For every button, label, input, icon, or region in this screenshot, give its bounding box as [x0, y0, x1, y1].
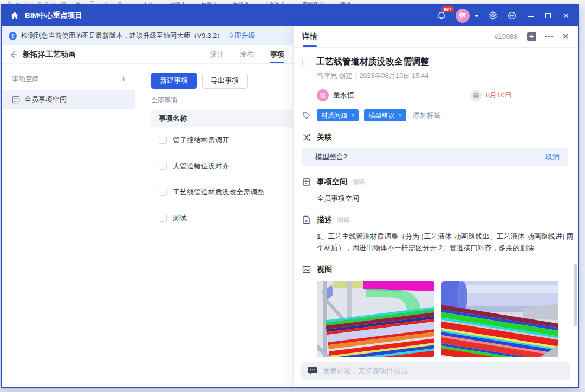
issue-checkbox[interactable]: [159, 136, 167, 144]
more-actions-icon[interactable]: [545, 34, 553, 40]
sync-upload-icon[interactable]: [507, 11, 517, 21]
space-list-icon: [12, 96, 20, 104]
due-date: 8月10日: [486, 90, 512, 100]
due-date-group[interactable]: 8月10日: [470, 90, 512, 101]
issue-row[interactable]: 管子撞结构需调开: [151, 127, 293, 153]
relation-item-name: 模型整合2: [315, 152, 347, 162]
description-doc-icon: [302, 215, 311, 224]
background-bottom-strip: [0, 388, 585, 392]
detail-body: 工艺线管道材质没改全需调整 马李思 创建于2023年08月10日 15:44 恒…: [294, 48, 578, 357]
issue-row-label: 工艺线管道材质没改全需调整: [173, 187, 264, 197]
tag-remove-icon[interactable]: ×: [351, 112, 354, 119]
app-window: BIM中心重点项目 99+ 恒: [1, 4, 579, 388]
tag-label: 材质问题: [321, 111, 347, 120]
tab-issues[interactable]: 事项: [269, 45, 285, 63]
project-title: 新拓洋工艺动画: [23, 50, 76, 60]
issue-space-sidebar: 事项空间 + 全员事项空间: [2, 64, 135, 387]
tab-publish[interactable]: 发布: [239, 45, 255, 63]
left-column: ! 检测到您当前使用的不是最新版本，建议升级至协同大师（V9.3.2） 立即升级…: [2, 26, 293, 387]
detail-tab[interactable]: 详情: [302, 26, 317, 47]
info-icon: !: [9, 32, 17, 40]
issue-row[interactable]: 工艺线管道材质没改全需调整: [151, 179, 293, 205]
assignee-avatar[interactable]: 恒: [317, 89, 329, 101]
space-value: 全员事项空间: [317, 194, 568, 204]
issue-checkbox[interactable]: [159, 214, 167, 222]
view-thumbnail-2[interactable]: [441, 281, 558, 357]
issue-checkbox[interactable]: [159, 162, 167, 170]
issue-id: #10088: [494, 32, 517, 41]
issue-row-label: 管子撞结构需调开: [173, 135, 229, 145]
issue-row-label: 测试: [173, 213, 187, 223]
all-issues-filter[interactable]: 全部事项: [151, 96, 293, 105]
sidebar-item-all-members-space[interactable]: 全员事项空间: [2, 90, 135, 109]
detail-close-icon[interactable]: ✕: [562, 33, 569, 41]
view-thumbnail-1[interactable]: [317, 281, 434, 357]
issue-row[interactable]: 测试: [151, 205, 293, 231]
issue-row-label: 大管道错位没对齐: [173, 161, 229, 171]
sidebar-item-label: 全员事项空间: [24, 95, 67, 104]
comment-bubble-icon: [308, 367, 317, 375]
window-close-button[interactable]: ✕: [562, 11, 570, 20]
description-text: 1、工艺主线管道材质调整（分为 {工艺液体-动画路线出、工艺液体-动画路线进} …: [317, 231, 576, 253]
assignee-name[interactable]: 董永恒: [333, 90, 354, 100]
relation-link-icon: [302, 133, 311, 142]
comment-bar: 发表评论，支持@项目成员: [294, 357, 578, 387]
relation-item-row[interactable]: 模型整合2 取消: [302, 148, 568, 166]
back-arrow-icon[interactable]: [9, 50, 17, 59]
detail-scrollbar[interactable]: [574, 264, 577, 326]
new-issue-button[interactable]: 新建事项: [151, 73, 197, 89]
relation-cancel-link[interactable]: 取消: [545, 152, 560, 162]
description-section-title: 描述: [317, 215, 332, 225]
space-section-title: 事项空间: [317, 177, 347, 187]
comment-input[interactable]: 发表评论，支持@项目成员: [301, 362, 570, 380]
issue-space-icon: [302, 178, 311, 186]
upgrade-banner: ! 检测到您当前使用的不是最新版本，建议升级至协同大师（V9.3.2） 立即升级: [2, 26, 293, 45]
issue-row[interactable]: 大管道错位没对齐: [151, 153, 293, 179]
user-avatar[interactable]: 恒: [456, 9, 470, 23]
add-space-button[interactable]: +: [121, 75, 126, 83]
settings-gear-icon[interactable]: [488, 11, 498, 21]
app-title: BIM中心重点项目: [25, 11, 82, 21]
upgrade-now-link[interactable]: 立即升级: [228, 31, 255, 41]
tag-icon: [302, 111, 311, 120]
upgrade-banner-text: 检测到您当前使用的不是最新版本，建议升级至协同大师（V9.3.2）: [21, 31, 224, 41]
calendar-icon: [470, 90, 482, 101]
tag-model-error[interactable]: 模型错误 ×: [364, 109, 406, 121]
tag-material-issue[interactable]: 材质问题 ×: [317, 109, 359, 121]
issue-checkbox[interactable]: [159, 188, 167, 196]
add-tag-button[interactable]: 添加标签: [413, 110, 441, 120]
window-maximize-button[interactable]: [544, 11, 552, 20]
issue-detail-panel: 详情 #10088 ✕ 工艺线管道材质没改全需调整 马李思 创建于2023年08…: [293, 26, 578, 387]
issue-list-area: 新建事项 导出事项 全部事项 事项名称 管子撞结构需调开 大管道错位没对齐: [135, 64, 293, 387]
window-titlebar: BIM中心重点项目 99+ 恒: [2, 5, 578, 26]
notification-bell-icon[interactable]: 99+: [437, 11, 446, 21]
relation-section-title: 关联: [317, 133, 332, 142]
background-right-strip: [579, 0, 585, 392]
window-minimize-button[interactable]: [526, 11, 535, 20]
view-thumbnails: [317, 281, 568, 357]
comment-placeholder: 发表评论，支持@项目成员: [323, 366, 407, 376]
open-new-window-icon[interactable]: [527, 32, 536, 41]
tab-design[interactable]: 设计: [209, 45, 225, 63]
project-nav-row: 新拓洋工艺动画 设计 发布 事项: [2, 45, 293, 64]
detail-title-checkbox[interactable]: [302, 58, 310, 66]
notification-badge: 99+: [441, 6, 454, 12]
avatar-caret-down-icon[interactable]: [474, 15, 479, 17]
sidebar-header: 事项空间: [12, 75, 39, 84]
tag-remove-icon[interactable]: ×: [398, 112, 401, 119]
export-issues-button[interactable]: 导出事项: [202, 73, 248, 89]
home-icon[interactable]: [10, 11, 20, 21]
space-edit-link[interactable]: 编辑: [352, 178, 365, 187]
detail-header: 详情 #10088 ✕: [294, 26, 578, 48]
description-edit-link[interactable]: 编辑: [337, 215, 350, 225]
creator-line: 马李思 创建于2023年08月10日 15:44: [317, 71, 568, 81]
views-image-icon: [302, 265, 311, 274]
issue-name-column-header: 事项名称: [151, 110, 293, 127]
tag-label: 模型错误: [368, 111, 394, 120]
detail-issue-title: 工艺线管道材质没改全需调整: [316, 56, 429, 68]
views-section-title: 视图: [317, 265, 332, 275]
